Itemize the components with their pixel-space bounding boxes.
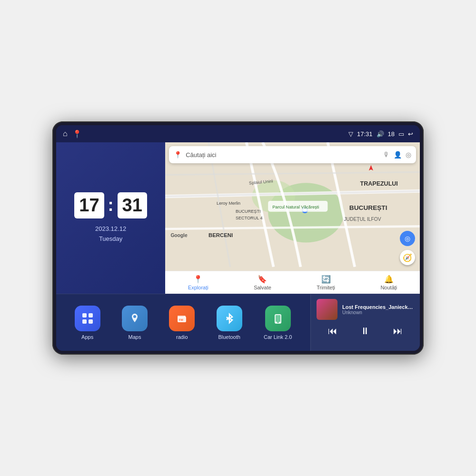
status-time: 17:31: [357, 130, 373, 138]
top-section: 17 : 31 2023.12.12 Tuesday 📍 Căutați aic…: [56, 142, 420, 294]
apps-icon: [75, 306, 100, 331]
clock-colon: :: [108, 195, 114, 215]
map-tab-noutati[interactable]: 🔔 Noutăți: [380, 275, 397, 290]
radio-label: radio: [176, 334, 188, 340]
svg-text:Parcul Natural Văcărești: Parcul Natural Văcărești: [272, 205, 319, 209]
music-artist: Unknown: [342, 310, 414, 315]
clock-hour: 17: [74, 192, 104, 218]
svg-point-31: [184, 316, 186, 317]
svg-rect-25: [89, 313, 93, 317]
map-tab-trimiteti-label: Trimiteți: [317, 285, 335, 290]
back-icon[interactable]: ↩: [408, 130, 413, 138]
apps-strip: Apps Maps: [56, 294, 310, 351]
map-tab-salvate[interactable]: 🔖 Salvate: [254, 275, 271, 290]
status-bar: ⌂ 📍 ▽ 17:31 🔊 18 ▭ ↩: [56, 125, 420, 142]
svg-text:Google: Google: [171, 233, 188, 238]
home-icon[interactable]: ⌂: [63, 129, 68, 138]
svg-text:FM: FM: [179, 318, 183, 321]
svg-rect-30: [178, 316, 184, 317]
bottom-section: Apps Maps: [56, 294, 420, 351]
status-bar-right: ▽ 17:31 🔊 18 ▭ ↩: [348, 130, 413, 138]
map-compass-button[interactable]: 🧭: [400, 250, 415, 265]
app-item-carlink[interactable]: Car Link 2.0: [264, 306, 292, 340]
map-search-actions: 🎙 👤 ◎: [383, 151, 411, 159]
map-tab-explorati[interactable]: 📍 Explorați: [188, 275, 208, 290]
music-info: Lost Frequencies_Janieck Devy-... Unknow…: [317, 299, 414, 320]
layers-icon[interactable]: ◎: [406, 151, 411, 159]
map-tab-salvate-label: Salvate: [254, 285, 271, 290]
map-panel[interactable]: 📍 Căutați aici 🎙 👤 ◎: [165, 142, 420, 294]
prev-button[interactable]: ⏮: [324, 324, 341, 338]
svg-rect-27: [89, 319, 93, 324]
app-item-apps[interactable]: Apps: [75, 306, 100, 340]
account-icon[interactable]: 👤: [394, 151, 402, 159]
carlink-app-icon: [265, 306, 291, 331]
app-item-radio[interactable]: FM radio: [169, 306, 195, 340]
map-tab-trimiteti[interactable]: 🔄 Trimiteți: [317, 275, 335, 290]
map-tab-noutati-label: Noutăți: [380, 285, 397, 290]
mic-icon[interactable]: 🎙: [383, 151, 390, 159]
music-title: Lost Frequencies_Janieck Devy-...: [342, 304, 414, 310]
device-screen: ⌂ 📍 ▽ 17:31 🔊 18 ▭ ↩ 17 :: [56, 125, 420, 351]
svg-text:Leroy Merlin: Leroy Merlin: [217, 201, 240, 206]
svg-point-28: [133, 315, 136, 318]
play-pause-button[interactable]: ⏸: [357, 324, 374, 338]
svg-text:SECTORUL 4: SECTORUL 4: [236, 216, 263, 220]
app-item-maps[interactable]: Maps: [122, 306, 148, 340]
music-thumbnail: [317, 299, 337, 320]
svg-text:BUCUREȘTI: BUCUREȘTI: [236, 209, 261, 214]
radio-app-icon: FM: [169, 306, 195, 331]
status-bar-left: ⌂ 📍: [63, 129, 82, 139]
svg-rect-24: [82, 313, 87, 317]
bluetooth-app-icon: [217, 306, 242, 331]
svg-rect-26: [82, 319, 87, 324]
maps-label: Maps: [129, 334, 141, 340]
music-controls: ⏮ ⏸ ⏭: [317, 324, 414, 338]
music-player: Lost Frequencies_Janieck Devy-... Unknow…: [310, 294, 420, 351]
apps-label: Apps: [81, 334, 93, 340]
map-search-bar[interactable]: 📍 Căutați aici 🎙 👤 ◎: [169, 146, 416, 163]
clock-display: 17 : 31: [74, 192, 147, 218]
signal-icon: ▽: [348, 130, 353, 138]
battery-icon: ▭: [398, 130, 404, 138]
clock-date: 2023.12.12 Tuesday: [95, 224, 126, 244]
map-tab-explorati-label: Explorați: [188, 285, 208, 290]
maps-app-icon: [122, 306, 148, 331]
bluetooth-label: Bluetooth: [218, 334, 240, 340]
carlink-label: Car Link 2.0: [264, 334, 292, 340]
app-item-bluetooth[interactable]: Bluetooth: [217, 306, 242, 340]
saved-icon: 🔖: [258, 275, 267, 284]
news-icon: 🔔: [384, 275, 394, 284]
map-bottom-bar: 📍 Explorați 🔖 Salvate 🔄 Trimiteți �: [165, 271, 420, 294]
car-display-device: ⌂ 📍 ▽ 17:31 🔊 18 ▭ ↩ 17 :: [52, 121, 424, 355]
svg-point-35: [277, 321, 278, 323]
share-icon: 🔄: [321, 275, 331, 284]
music-thumbnail-image: [317, 299, 337, 320]
svg-text:BERCENI: BERCENI: [208, 232, 233, 238]
map-search-text[interactable]: Căutați aici: [186, 151, 379, 159]
next-button[interactable]: ⏭: [389, 324, 407, 338]
main-content: 17 : 31 2023.12.12 Tuesday 📍 Căutați aic…: [56, 142, 420, 351]
map-pin-icon: 📍: [174, 151, 182, 159]
svg-rect-34: [276, 315, 280, 322]
volume-icon: 🔊: [377, 130, 384, 138]
clock-panel: 17 : 31 2023.12.12 Tuesday: [56, 142, 165, 294]
explore-icon: 📍: [193, 275, 203, 284]
svg-text:JUDEȚUL ILFOV: JUDEȚUL ILFOV: [344, 217, 381, 222]
maps-icon[interactable]: 📍: [72, 129, 82, 139]
map-navigate-button[interactable]: ◎: [400, 231, 415, 246]
svg-text:TRAPEZULUI: TRAPEZULUI: [360, 180, 398, 187]
clock-minute: 31: [118, 192, 147, 218]
music-text: Lost Frequencies_Janieck Devy-... Unknow…: [342, 304, 414, 315]
volume-level: 18: [388, 130, 395, 138]
svg-text:BUCUREȘTI: BUCUREȘTI: [349, 204, 387, 211]
